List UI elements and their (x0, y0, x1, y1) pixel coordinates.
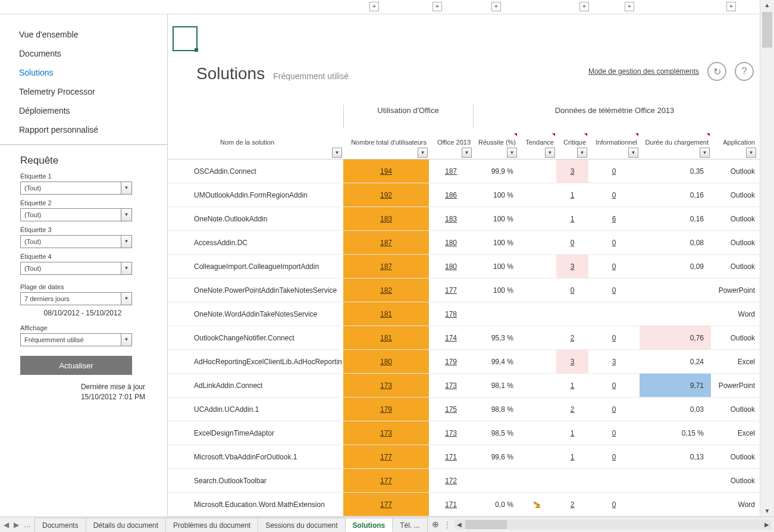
office2013-link[interactable]: 174 (445, 334, 457, 342)
info-link[interactable]: 6 (612, 215, 616, 223)
horizontal-scrollbar[interactable]: ◀ ▶ (455, 520, 772, 530)
filter-button[interactable]: ▼ (418, 148, 428, 158)
info-link[interactable]: 0 (612, 239, 616, 247)
sidebar-item-vue-d-ensemble[interactable]: Vue d'ensemble (0, 25, 167, 44)
scroll-thumb-v[interactable] (762, 12, 772, 48)
office2013-link[interactable]: 186 (445, 191, 457, 199)
chevron-down-icon[interactable]: ▼ (121, 182, 131, 194)
office2013-link[interactable]: 172 (445, 477, 457, 485)
total-users-link[interactable]: 177 (380, 453, 392, 461)
info-link[interactable]: 0 (612, 262, 616, 271)
split-handle[interactable]: ⋮ (444, 517, 447, 532)
expand-column-button[interactable]: + (433, 2, 442, 11)
select-display[interactable]: Fréquemment utilisé▼ (20, 333, 132, 346)
total-users-link[interactable]: 179 (380, 405, 392, 414)
critical-link[interactable]: 1 (571, 191, 575, 199)
sheet-more-icon[interactable]: … (24, 521, 31, 529)
chevron-down-icon[interactable]: ▼ (121, 293, 131, 305)
filter-button[interactable]: ▼ (577, 148, 587, 158)
critical-link[interactable]: 3 (571, 262, 575, 271)
total-users-link[interactable]: 182 (380, 286, 392, 295)
office2013-link[interactable]: 187 (445, 167, 457, 176)
chevron-down-icon[interactable]: ▼ (121, 236, 131, 248)
scroll-thumb-h[interactable] (465, 520, 507, 529)
total-users-link[interactable]: 173 (380, 381, 392, 390)
select-etq2[interactable]: (Tout)▼ (20, 208, 132, 221)
office2013-link[interactable]: 180 (445, 262, 457, 271)
info-link[interactable]: 0 (612, 405, 616, 414)
office2013-link[interactable]: 183 (445, 215, 457, 223)
add-sheet-icon[interactable]: ⊕ (427, 517, 444, 532)
critical-link[interactable]: 1 (571, 453, 575, 461)
critical-link[interactable]: 2 (571, 334, 575, 342)
scroll-left-arrow[interactable]: ◀ (455, 520, 464, 530)
expand-column-button[interactable]: + (579, 2, 589, 11)
office2013-link[interactable]: 171 (445, 500, 457, 509)
sheet-prev-icon[interactable]: ◀ (4, 521, 9, 529)
sidebar-item-solutions[interactable]: Solutions (0, 63, 167, 82)
info-link[interactable]: 0 (612, 381, 616, 390)
sidebar-item-telemetry-processor[interactable]: Telemetry Processor (0, 82, 167, 101)
fill-handle[interactable] (195, 48, 198, 52)
expand-column-button[interactable]: + (369, 2, 379, 11)
critical-link[interactable]: 1 (571, 215, 575, 223)
info-link[interactable]: 0 (612, 167, 616, 176)
total-users-link[interactable]: 177 (380, 500, 392, 509)
filter-button[interactable]: ▼ (462, 148, 472, 158)
sidebar-item-rapport-personnalis-[interactable]: Rapport personnalisé (0, 120, 167, 139)
filter-button[interactable]: ▼ (628, 148, 638, 158)
total-users-link[interactable]: 192 (380, 191, 392, 199)
sheet-tab-t-l-[interactable]: Tél. ... (392, 518, 427, 532)
total-users-link[interactable]: 194 (380, 167, 392, 176)
select-etq3[interactable]: (Tout)▼ (20, 235, 132, 248)
scroll-down-arrow[interactable]: ▼ (760, 506, 774, 518)
critical-link[interactable]: 3 (571, 358, 575, 366)
sheet-tab-probl-mes-du-document[interactable]: Problèmes du document (165, 518, 258, 532)
expand-column-button[interactable]: + (625, 2, 634, 11)
addin-mode-link[interactable]: Mode de gestion des compléments (588, 67, 699, 76)
office2013-link[interactable]: 178 (445, 310, 457, 318)
refresh-button[interactable]: Actualiser (20, 356, 132, 375)
selected-cell-indicator[interactable] (173, 26, 198, 51)
info-link[interactable]: 0 (612, 286, 616, 295)
total-users-link[interactable]: 181 (380, 310, 392, 318)
filter-button[interactable]: ▼ (332, 148, 342, 158)
select-daterange[interactable]: 7 derniers jours▼ (20, 292, 132, 305)
sheet-tab-d-tails-du-document[interactable]: Détails du document (86, 518, 166, 532)
chevron-down-icon[interactable]: ▼ (121, 209, 131, 221)
total-users-link[interactable]: 180 (380, 358, 392, 366)
info-link[interactable]: 0 (612, 334, 616, 342)
critical-link[interactable]: 1 (571, 381, 575, 390)
scroll-right-arrow[interactable]: ▶ (762, 520, 772, 530)
critical-link[interactable]: 2 (571, 405, 575, 414)
total-users-link[interactable]: 183 (380, 215, 392, 223)
filter-button[interactable]: ▼ (746, 148, 756, 158)
expand-column-button[interactable]: + (491, 2, 501, 11)
total-users-link[interactable]: 187 (380, 262, 392, 271)
help-icon[interactable]: ? (735, 62, 754, 81)
info-link[interactable]: 3 (612, 358, 616, 366)
critical-link[interactable]: 2 (571, 500, 575, 509)
office2013-link[interactable]: 175 (445, 405, 457, 414)
office2013-link[interactable]: 180 (445, 239, 457, 247)
critical-link[interactable]: 0 (571, 286, 575, 295)
office2013-link[interactable]: 173 (445, 429, 457, 437)
total-users-link[interactable]: 181 (380, 334, 392, 342)
total-users-link[interactable]: 177 (380, 477, 392, 485)
refresh-icon[interactable]: ↻ (707, 62, 726, 81)
info-link[interactable]: 0 (612, 500, 616, 509)
info-link[interactable]: 0 (612, 191, 616, 199)
sheet-tab-solutions[interactable]: Solutions (345, 518, 393, 532)
sheet-next-icon[interactable]: ▶ (14, 521, 19, 529)
filter-button[interactable]: ▼ (545, 148, 555, 158)
vertical-scrollbar[interactable]: ▲ ▼ (760, 0, 774, 518)
select-etq1[interactable]: (Tout)▼ (20, 181, 132, 195)
critical-link[interactable]: 0 (571, 239, 575, 247)
sidebar-item-d-ploiements[interactable]: Déploiements (0, 101, 167, 120)
expand-column-button[interactable]: + (726, 2, 736, 11)
critical-link[interactable]: 3 (571, 167, 575, 176)
filter-button[interactable]: ▼ (700, 148, 710, 158)
office2013-link[interactable]: 173 (445, 381, 457, 390)
office2013-link[interactable]: 171 (445, 453, 457, 461)
sheet-tab-documents[interactable]: Documents (35, 518, 86, 532)
